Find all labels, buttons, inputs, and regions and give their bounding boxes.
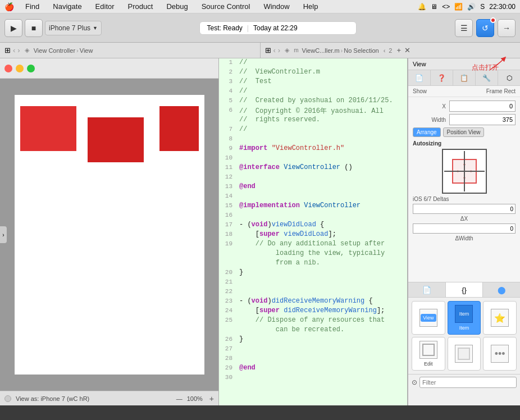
ios67-label: iOS 6/7 Deltas [413,196,516,202]
menu-source-control[interactable]: Source Control [199,2,253,11]
red-view-2[interactable] [88,117,144,162]
nav-close-icon[interactable]: ✕ [404,46,410,54]
forward-button[interactable]: → [498,19,516,37]
code-line: 8 [219,135,407,144]
inspector-header: View 点击打开 [408,58,520,70]
menu-window[interactable]: Window [261,2,291,11]
tab-connections[interactable]: ⬡ [498,70,520,85]
fullscreen-circle[interactable] [27,65,35,72]
comp-item-dots[interactable]: ••• [483,337,517,371]
grid-icon-left[interactable]: ⊞ [4,46,11,54]
nav-back-left[interactable]: ‹ [13,46,15,54]
nav-bar: ⊞ ‹ › ◈ View Controller › View ⊞ ‹ › ◈ m… [0,43,520,58]
nav-view-controller[interactable]: View Controller [34,47,75,54]
red-view-1[interactable] [20,106,76,151]
show-frame-row: Show Frame Rect [408,86,520,97]
menu-editor[interactable]: Editor [93,2,117,11]
code-line: from a nib. [219,259,407,268]
comp-tab-circle[interactable]: ⬤ [483,282,520,297]
width-field[interactable]: 375 [449,114,516,125]
collapse-arrow[interactable]: › [0,226,7,243]
nav-file[interactable]: ViewC...ller.m [302,47,340,54]
code-line: 29@end [219,364,407,373]
add-constraint-icon[interactable]: + [209,394,214,403]
refresh-button[interactable]: ↺ [476,19,494,37]
menu-help[interactable]: Help [301,2,321,11]
main-content: › View as: iPhone 7 (wC hR) — 100% + 1//… [0,58,520,405]
code-line: 2// ViewController.m [219,68,407,77]
code-nav-section: ⊞ ‹ › ◈ m ViewC...ller.m › No Selection … [261,43,521,58]
x-field[interactable]: 0 [449,101,516,112]
delta-width-field[interactable]: 0 [413,223,516,234]
comp-item-star[interactable]: ⭐ [483,301,517,335]
nav-selection[interactable]: No Selection [344,47,378,54]
menu-product[interactable]: Product [126,2,156,11]
code-breadcrumb: ViewC...ller.m › No Selection [302,47,379,54]
menu-find[interactable]: Find [23,2,42,11]
close-circle[interactable] [4,65,12,72]
delta-x-field[interactable]: 0 [413,204,516,214]
siri-icon: S [480,3,485,11]
device-selector[interactable]: iPhone 7 Plus ▼ [45,21,102,35]
size-inspector: X 0 Width 375 Arrange Position View Auto… [408,97,520,282]
delta-width-sub-label: ΔWidth [413,235,516,241]
arrange-btn[interactable]: Arrange [413,127,441,137]
comp-item-box-1[interactable]: Edit [412,337,445,371]
autosizing-title: Autosizing [413,140,516,147]
inspector-icon-tabs: 📄 ❓ 📋 🔧 ⬡ [408,70,520,86]
red-view-3[interactable] [159,106,199,151]
nav-add-icon[interactable]: + [396,46,401,54]
minimize-circle[interactable] [16,65,24,72]
stop-button[interactable]: ■ [25,19,43,37]
menu-debug[interactable]: Debug [164,2,190,11]
zoom-level: 100% [187,395,203,402]
tab-identity[interactable]: 📋 [453,70,476,85]
x-row: X 0 [413,101,516,112]
run-button[interactable]: ▶ [4,19,22,37]
code-content[interactable]: 1// 2// ViewController.m 3// Test 4// 5/… [219,58,407,405]
hamburger-button[interactable]: ☰ [455,19,473,37]
code-line: 5// Created by yaoshuai on 2016/11/25. [219,97,407,106]
code-line: 20} [219,268,407,278]
device-label: iPhone 7 Plus [49,24,90,32]
comp-label-item: Item [459,325,469,331]
code-line: 16 [219,211,407,221]
menu-navigate[interactable]: Navigate [51,2,84,11]
code-line: 9#import "ViewController.h" [219,144,407,154]
tab-file[interactable]: 📄 [408,70,431,85]
status-bar: Test: Ready | Today at 22:29 [199,21,357,35]
nav-view[interactable]: View [80,47,93,54]
line-number: 2 [389,47,392,54]
comp-tab-code[interactable]: {} [446,282,483,297]
code-line: 3// Test [219,77,407,87]
menu-bar: 🍎 Find Navigate Editor Product Debug Sou… [0,0,520,13]
width-row: Width 375 [413,114,516,125]
comp-item-box-2[interactable] [448,337,481,371]
comp-item-item[interactable]: Item Item [448,301,481,335]
comp-tab-file[interactable]: 📄 [408,282,446,297]
apple-icon[interactable]: 🍎 [4,2,14,11]
grid-icon-right[interactable]: ⊞ [265,46,271,54]
notification-icon: 🔔 [418,3,426,11]
filter-input[interactable] [419,377,517,388]
delta-x-sub-label: ΔX [413,216,516,222]
code-line: 30 [219,373,407,383]
code-editor[interactable]: 1// 2// ViewController.m 3// Test 4// 5/… [219,58,408,405]
clock: 22:30:00 [489,3,516,11]
code-line: 14 [219,192,407,202]
comp-label-edit: Edit [424,361,433,367]
comp-icon-box-1 [419,341,437,359]
code-line: 19 // Do any additional setup after [219,240,407,249]
code-line: 24 [super didReceiveMemoryWarning]; [219,307,407,316]
code-line: 6// Copyright © 2016年 yaoshuai. All [219,106,407,116]
comp-icon-dots: ••• [491,345,509,363]
tab-quick-help[interactable]: ❓ [431,70,453,85]
comp-item-button-1[interactable]: View [412,301,445,335]
nav-forward-left[interactable]: › [17,46,20,54]
tab-attributes[interactable]: 🔧 [476,70,498,85]
nav-forward-right[interactable]: › [278,46,280,54]
nav-back-right[interactable]: ‹ [273,46,276,54]
code-line: 11@interface ViewController () [219,163,407,173]
position-btn[interactable]: Position View [443,127,485,137]
comp-icon-1: View [419,309,437,327]
